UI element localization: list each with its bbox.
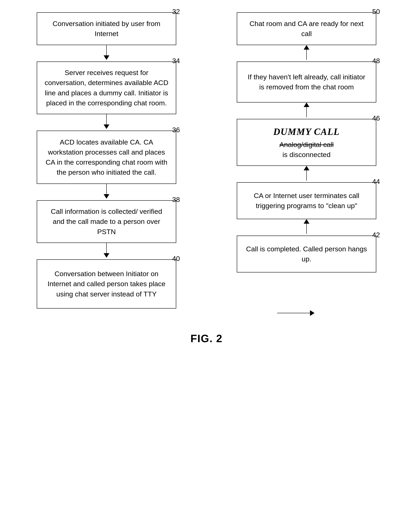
arrow-line <box>306 170 307 180</box>
dummy-call-strikethrough: Analog/digital call <box>279 140 334 150</box>
box-48-wrapper: 48 If they haven't left already, call in… <box>217 61 396 103</box>
box-48: 48 If they haven't left already, call in… <box>237 61 376 103</box>
arrowhead-down-icon <box>104 194 109 199</box>
horizontal-arrow-line <box>277 313 310 314</box>
dummy-call-normal: is disconnected <box>283 150 331 160</box>
figure-label: FIG. 2 <box>17 332 396 345</box>
arrowhead-down-icon <box>104 253 109 258</box>
arrow-38-to-40 <box>17 243 196 259</box>
arrowhead-up-icon <box>304 45 309 50</box>
arrowhead-right-icon <box>310 310 315 316</box>
box-40-wrapper: 40 Conversation between Initiator on Int… <box>17 259 196 309</box>
box-46-label: 46 <box>372 113 380 123</box>
box-42: 42 Call is completed. Called person hang… <box>237 236 376 273</box>
box-48-label: 48 <box>372 56 380 66</box>
box-36-wrapper: 36 ACD locates available CA. CA workstat… <box>17 131 196 184</box>
arrow-32-to-34 <box>17 45 196 61</box>
box-50-text: Chat room and CA are ready for next call <box>245 19 368 39</box>
box-36-text: ACD locates available CA. CA workstation… <box>45 137 168 178</box>
arrow-48-to-50 <box>217 45 396 61</box>
box-38-text: Call information is collected/ verified … <box>45 207 168 237</box>
box-32-label: 32 <box>172 7 180 17</box>
box-42-text: Call is completed. Called person hangs u… <box>245 244 368 264</box>
box-44-label: 44 <box>372 177 380 187</box>
box-34: 34 Server receives request for conversat… <box>37 61 176 114</box>
arrowhead-up-icon <box>304 103 309 107</box>
box-44-wrapper: 44 CA or Internet user terminates call t… <box>217 182 396 219</box>
arrow-34-to-36 <box>17 114 196 131</box>
box-32-text: Conversation initiated by user from Inte… <box>45 19 168 39</box>
arrowhead-down-icon <box>104 55 109 60</box>
box-38-wrapper: 38 Call information is collected/ verifi… <box>17 200 196 243</box>
box-50-wrapper: 50 Chat room and CA are ready for next c… <box>217 12 396 45</box>
box-32: 32 Conversation initiated by user from I… <box>37 12 176 45</box>
arrowhead-up-icon <box>304 166 309 170</box>
box-48-text: If they haven't left already, call initi… <box>245 72 368 92</box>
box-42-label: 42 <box>372 230 380 240</box>
dummy-call-handwritten: DUMMY CALL <box>273 125 340 139</box>
horizontal-arrow-40-42 <box>17 310 396 316</box>
arrow-42-to-44 <box>217 219 396 236</box>
arrow-36-to-38 <box>17 184 196 200</box>
box-42-wrapper: 42 Call is completed. Called person hang… <box>217 236 396 273</box>
box-46-wrapper: 46 DUMMY CALL Analog/digital call is dis… <box>217 119 396 166</box>
box-34-text: Server receives request for conversation… <box>45 68 168 108</box>
box-36: 36 ACD locates available CA. CA workstat… <box>37 131 176 184</box>
arrow-line <box>306 107 307 117</box>
arrow-line <box>306 50 307 60</box>
arrowhead-down-icon <box>104 124 109 129</box>
box-50-label: 50 <box>372 7 380 17</box>
left-column: 32 Conversation initiated by user from I… <box>17 12 196 309</box>
arrow-line <box>106 114 107 124</box>
box-40-label: 40 <box>172 254 180 264</box>
arrow-line <box>106 243 107 253</box>
box-44: 44 CA or Internet user terminates call t… <box>237 182 376 219</box>
arrow-line <box>106 45 107 55</box>
box-46: 46 DUMMY CALL Analog/digital call is dis… <box>237 119 376 166</box>
arrow-line <box>306 224 307 234</box>
box-38: 38 Call information is collected/ verifi… <box>37 200 176 243</box>
arrowhead-up-icon <box>304 219 309 224</box>
box-38-label: 38 <box>172 195 180 205</box>
box-32-wrapper: 32 Conversation initiated by user from I… <box>17 12 196 45</box>
arrow-44-to-46 <box>217 166 396 182</box>
box-34-wrapper: 34 Server receives request for conversat… <box>17 61 196 114</box>
box-40-text: Conversation between Initiator on Intern… <box>45 269 168 299</box>
arrow-46-to-48 <box>217 103 396 119</box>
right-column: 50 Chat room and CA are ready for next c… <box>217 12 396 273</box>
box-50: 50 Chat room and CA are ready for next c… <box>237 12 376 45</box>
arrow-line <box>106 184 107 194</box>
box-40: 40 Conversation between Initiator on Int… <box>37 259 176 309</box>
box-44-text: CA or Internet user terminates call trig… <box>245 191 368 211</box>
box-34-label: 34 <box>172 56 180 66</box>
diagram-container: 32 Conversation initiated by user from I… <box>17 12 396 345</box>
box-36-label: 36 <box>172 125 180 135</box>
